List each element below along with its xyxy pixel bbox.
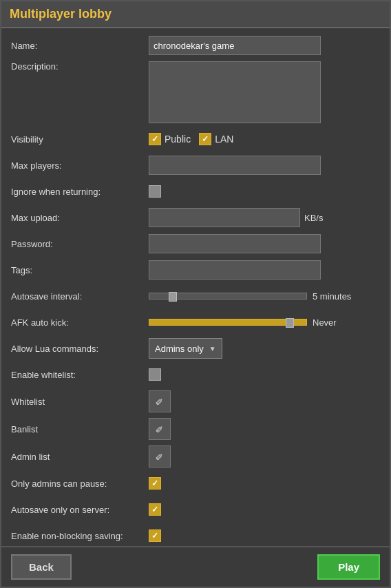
autosave-server-label: Autosave only on server:: [11, 505, 149, 515]
tags-input[interactable]: [149, 260, 321, 280]
allow-lua-value: Admins only: [155, 344, 204, 354]
form-content: Name: Description: Visibility Public LAN: [1, 28, 390, 546]
autosave-label: Autosave interval:: [11, 291, 149, 302]
banlist-edit-button[interactable]: ✏: [149, 418, 171, 440]
banlist-row: Banlist ✏: [11, 418, 380, 440]
ignore-returning-checkbox[interactable]: [149, 185, 161, 198]
max-players-label: Max players:: [11, 160, 149, 171]
afk-value: Never: [313, 317, 337, 328]
whitelist-label: Whitelist: [11, 397, 149, 407]
description-row: Description:: [11, 61, 380, 123]
tags-row: Tags:: [11, 260, 380, 280]
password-label: Password:: [11, 239, 149, 249]
only-admins-pause-row: Only admins can pause:: [11, 473, 380, 494]
admin-list-edit-button[interactable]: ✏: [149, 445, 171, 468]
max-upload-label: Max upload:: [11, 213, 149, 223]
autosave-value: 5 minutes: [313, 291, 351, 302]
pencil-icon: ✏: [153, 395, 167, 408]
afk-label: AFK auto kick:: [11, 317, 149, 328]
description-label: Description:: [11, 61, 149, 72]
non-blocking-label: Enable non-blocking saving:: [11, 531, 149, 541]
enable-whitelist-label: Enable whitelist:: [11, 370, 149, 380]
allow-lua-dropdown[interactable]: Admins only ▼: [149, 338, 222, 359]
public-checkbox-item: Public: [149, 133, 191, 145]
public-label: Public: [165, 134, 191, 145]
afk-thumb[interactable]: [286, 318, 294, 328]
only-admins-pause-checkbox[interactable]: [149, 477, 161, 490]
pencil-icon: ✏: [153, 450, 167, 463]
play-button[interactable]: Play: [317, 554, 380, 580]
admin-list-label: Admin list: [11, 452, 149, 462]
max-upload-input[interactable]: [149, 208, 300, 227]
afk-slider[interactable]: [149, 319, 307, 326]
public-checkbox[interactable]: [149, 133, 161, 145]
only-admins-pause-label: Only admins can pause:: [11, 479, 149, 489]
allow-lua-row: Allow Lua commands: Admins only ▼: [11, 338, 380, 359]
ignore-returning-label: Ignore when returning:: [11, 187, 149, 197]
description-input[interactable]: [149, 61, 321, 123]
multiplayer-lobby-window: Multiplayer lobby Name: Description: Vis…: [0, 0, 391, 588]
title-bar: Multiplayer lobby: [1, 1, 390, 28]
lan-checkbox-item: LAN: [199, 133, 233, 145]
password-row: Password:: [11, 233, 380, 254]
max-players-input[interactable]: [149, 156, 321, 175]
autosave-row: Autosave interval: 5 minutes: [11, 286, 380, 306]
max-upload-row: Max upload: KB/s: [11, 207, 380, 228]
visibility-group: Public LAN: [149, 133, 233, 145]
password-input[interactable]: [149, 234, 321, 253]
window-title: Multiplayer lobby: [10, 7, 112, 21]
dropdown-arrow-icon: ▼: [209, 345, 216, 353]
whitelist-row: Whitelist ✏: [11, 390, 380, 412]
banlist-label: Banlist: [11, 424, 149, 434]
tags-label: Tags:: [11, 265, 149, 275]
name-input[interactable]: [149, 36, 321, 55]
name-label: Name:: [11, 41, 149, 51]
pencil-icon: ✏: [153, 422, 167, 436]
lan-label: LAN: [215, 134, 233, 145]
max-players-row: Max players:: [11, 155, 380, 176]
non-blocking-row: Enable non-blocking saving:: [11, 525, 380, 546]
whitelist-edit-button[interactable]: ✏: [149, 390, 171, 412]
autosave-slider[interactable]: [149, 293, 307, 300]
autosave-server-row: Autosave only on server:: [11, 499, 380, 520]
visibility-row: Visibility Public LAN: [11, 129, 380, 149]
footer: Back Play: [1, 546, 390, 587]
autosave-server-checkbox[interactable]: [149, 503, 161, 516]
autosave-slider-container: 5 minutes: [149, 291, 380, 302]
non-blocking-checkbox[interactable]: [149, 529, 161, 542]
name-row: Name:: [11, 35, 380, 56]
autosave-thumb[interactable]: [169, 292, 177, 302]
lan-checkbox[interactable]: [199, 133, 211, 145]
admin-list-row: Admin list ✏: [11, 445, 380, 468]
allow-lua-label: Allow Lua commands:: [11, 344, 149, 354]
back-button[interactable]: Back: [11, 554, 72, 580]
afk-slider-container: Never: [149, 317, 380, 328]
kbs-label: KB/s: [304, 213, 323, 223]
afk-row: AFK auto kick: Never: [11, 312, 380, 333]
enable-whitelist-checkbox[interactable]: [149, 368, 161, 381]
visibility-label: Visibility: [11, 134, 149, 145]
enable-whitelist-row: Enable whitelist:: [11, 364, 380, 385]
ignore-returning-row: Ignore when returning:: [11, 181, 380, 202]
